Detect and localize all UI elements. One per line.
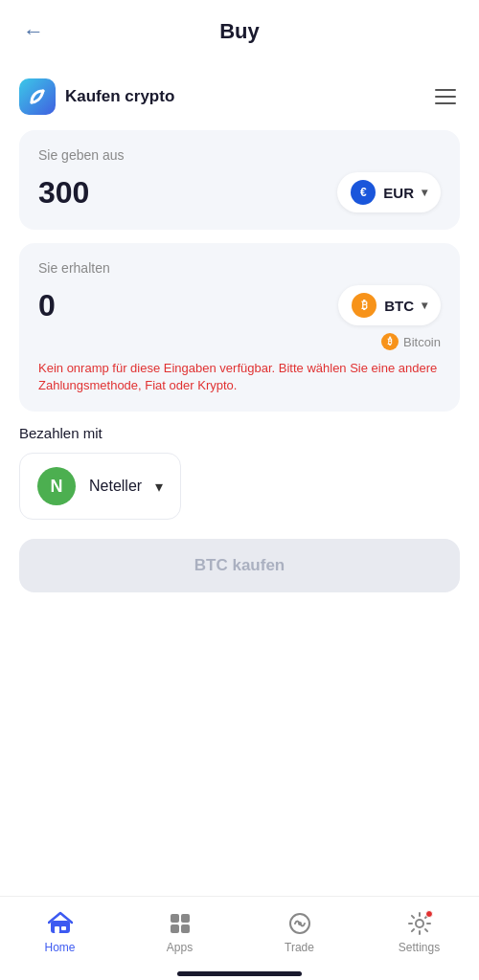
svg-rect-4 (181, 914, 190, 923)
app-logo (19, 78, 56, 115)
eur-code: EUR (383, 185, 414, 201)
home-indicator (177, 971, 302, 976)
svg-point-9 (416, 920, 423, 927)
payment-method-name: Neteller (89, 478, 142, 495)
eur-icon: € (351, 180, 376, 205)
header: ← Buy (0, 0, 479, 59)
receive-card: Sie erhalten 0 ₿ BTC ▾ ₿ Bitcoin Kein on… (19, 243, 460, 412)
page-title: Buy (219, 19, 260, 44)
btc-chevron-icon: ▾ (422, 299, 427, 312)
svg-point-8 (298, 922, 302, 925)
hamburger-line-2 (435, 96, 456, 98)
settings-badge-dot (425, 910, 433, 918)
spend-card: Sie geben aus 300 € EUR ▾ (19, 130, 460, 230)
btc-badge-icon: ₿ (381, 333, 399, 350)
btc-icon: ₿ (352, 293, 376, 318)
home-icon (47, 910, 74, 937)
svg-rect-3 (171, 914, 179, 923)
svg-rect-1 (55, 926, 59, 933)
receive-row: 0 ₿ BTC ▾ (38, 285, 441, 325)
main-content: Kaufen crypto Sie geben aus 300 € EUR ▾ … (0, 59, 479, 896)
payment-section-label: Bezahlen mit (19, 425, 460, 441)
btc-code: BTC (384, 298, 414, 314)
svg-rect-5 (171, 924, 179, 933)
apps-nav-label: Apps (167, 941, 193, 954)
receive-value: 0 (38, 288, 56, 323)
receive-label: Sie erhalten (38, 260, 441, 276)
trade-nav-label: Trade (285, 941, 314, 954)
btc-coin-name: Bitcoin (403, 335, 441, 349)
settings-icon (406, 910, 433, 937)
svg-rect-2 (61, 926, 66, 930)
svg-rect-6 (181, 924, 190, 933)
spend-label: Sie geben aus (38, 147, 441, 163)
home-nav-label: Home (44, 941, 75, 954)
bottom-nav: Home Apps Trade (0, 896, 479, 966)
settings-nav-label: Settings (399, 941, 440, 954)
hamburger-button[interactable] (431, 85, 460, 108)
spend-row: 300 € EUR ▾ (38, 172, 441, 212)
hamburger-line-3 (435, 102, 456, 104)
payment-chevron-icon: ▾ (155, 478, 163, 496)
eur-chevron-icon: ▾ (422, 186, 427, 199)
eur-currency-selector[interactable]: € EUR ▾ (337, 172, 441, 212)
app-bar: Kaufen crypto (19, 67, 460, 130)
nav-item-apps[interactable]: Apps (120, 906, 240, 958)
spend-value: 300 (38, 175, 89, 211)
payment-method-selector[interactable]: N Neteller ▾ (19, 453, 181, 520)
back-button[interactable]: ← (23, 21, 44, 42)
neteller-icon: N (37, 467, 76, 505)
trade-icon (286, 910, 313, 937)
app-bar-title: Kaufen crypto (65, 87, 174, 106)
nav-item-home[interactable]: Home (0, 906, 120, 958)
hamburger-line-1 (435, 89, 456, 91)
nav-item-settings[interactable]: Settings (359, 906, 479, 958)
error-message: Kein onramp für diese Eingaben verfügbar… (38, 360, 441, 394)
btc-badge: ₿ Bitcoin (38, 333, 441, 350)
apps-icon (167, 910, 194, 937)
svg-rect-0 (51, 921, 70, 933)
btc-currency-selector[interactable]: ₿ BTC ▾ (338, 285, 441, 325)
app-bar-left: Kaufen crypto (19, 78, 174, 115)
buy-button[interactable]: BTC kaufen (19, 539, 460, 592)
nav-item-trade[interactable]: Trade (240, 906, 359, 958)
